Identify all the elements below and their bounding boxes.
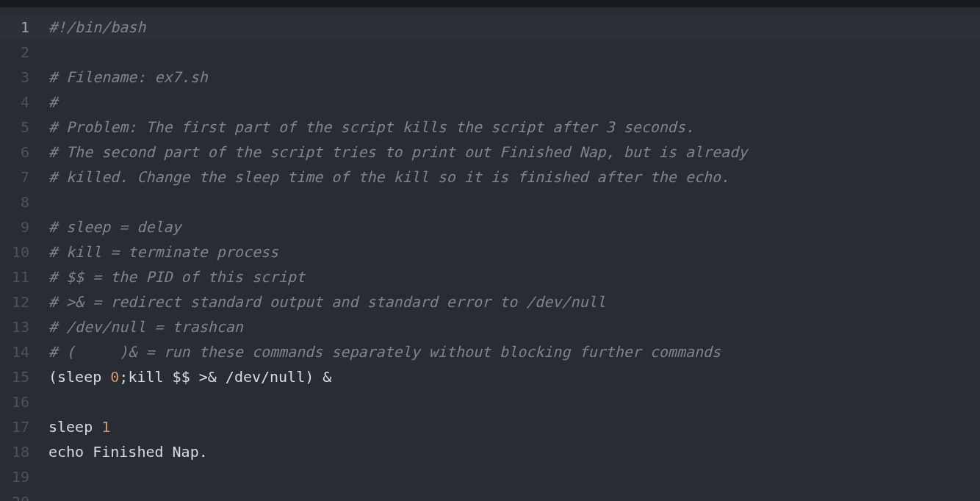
code-line[interactable]: # Filename: ex7.sh: [43, 65, 980, 90]
line-number: 5: [0, 115, 29, 140]
line-number: 12: [0, 289, 29, 314]
line-number-gutter: 1234567891011121314151617181920: [0, 15, 43, 501]
token-number: 0: [110, 368, 119, 386]
line-number: 7: [0, 165, 29, 190]
token-comment: # $$ = the PID of this script: [48, 268, 305, 286]
line-number: 17: [0, 414, 29, 439]
line-number: 13: [0, 314, 29, 339]
code-line[interactable]: echo Finished Nap.: [43, 439, 980, 464]
code-line[interactable]: [43, 489, 980, 501]
code-area[interactable]: #!/bin/bash# Filename: ex7.sh## Problem:…: [43, 15, 980, 501]
token-comment: # killed. Change the sleep time of the k…: [48, 168, 729, 186]
line-number: 1: [0, 15, 29, 40]
code-line[interactable]: # kill = terminate process: [43, 239, 980, 264]
code-editor[interactable]: 1234567891011121314151617181920 #!/bin/b…: [0, 7, 980, 501]
line-number: 9: [0, 215, 29, 239]
line-number: 6: [0, 140, 29, 165]
code-line[interactable]: [43, 389, 980, 414]
code-line[interactable]: (sleep 0;kill $$ >& /dev/null) &: [43, 364, 980, 389]
line-number: 19: [0, 464, 29, 489]
line-number: 2: [0, 40, 29, 65]
code-line[interactable]: # /dev/null = trashcan: [43, 314, 980, 339]
token-plain: (sleep: [48, 368, 110, 386]
line-number: 10: [0, 239, 29, 264]
line-number: 4: [0, 90, 29, 115]
token-comment: # /dev/null = trashcan: [48, 318, 243, 336]
line-number: 8: [0, 190, 29, 215]
code-line[interactable]: [43, 190, 980, 215]
line-number: 15: [0, 364, 29, 389]
line-number: 3: [0, 65, 29, 90]
tab-bar: [0, 0, 980, 7]
line-number: 16: [0, 389, 29, 414]
token-comment: # Filename: ex7.sh: [48, 68, 208, 86]
token-comment: # The second part of the script tries to…: [48, 143, 747, 161]
line-number: 18: [0, 439, 29, 464]
line-number: 11: [0, 264, 29, 289]
code-line[interactable]: [43, 40, 980, 65]
token-comment: # >& = redirect standard output and stan…: [48, 293, 606, 311]
code-line[interactable]: # >& = redirect standard output and stan…: [43, 289, 980, 314]
code-line[interactable]: # killed. Change the sleep time of the k…: [43, 165, 980, 190]
line-number: 20: [0, 489, 29, 501]
token-comment: #: [48, 93, 57, 111]
token-comment: # Problem: The first part of the script …: [48, 118, 694, 136]
code-line[interactable]: #: [43, 90, 980, 115]
code-line[interactable]: #!/bin/bash: [43, 15, 980, 40]
line-number: 14: [0, 339, 29, 364]
token-comment: # ( )& = run these commands separately w…: [48, 343, 721, 361]
token-plain: sleep: [48, 418, 101, 436]
token-comment: # kill = terminate process: [48, 243, 278, 261]
code-line[interactable]: # ( )& = run these commands separately w…: [43, 339, 980, 364]
token-plain: echo Finished Nap.: [48, 443, 208, 461]
token-plain: ;kill $$ >& /dev/null) &: [119, 368, 331, 386]
token-comment: #!/bin/bash: [48, 18, 145, 36]
code-line[interactable]: [43, 464, 980, 489]
code-line[interactable]: sleep 1: [43, 414, 980, 439]
code-line[interactable]: # sleep = delay: [43, 215, 980, 239]
token-number: 1: [101, 418, 110, 436]
code-line[interactable]: # The second part of the script tries to…: [43, 140, 980, 165]
token-comment: # sleep = delay: [48, 218, 181, 236]
code-line[interactable]: # Problem: The first part of the script …: [43, 115, 980, 140]
code-line[interactable]: # $$ = the PID of this script: [43, 264, 980, 289]
